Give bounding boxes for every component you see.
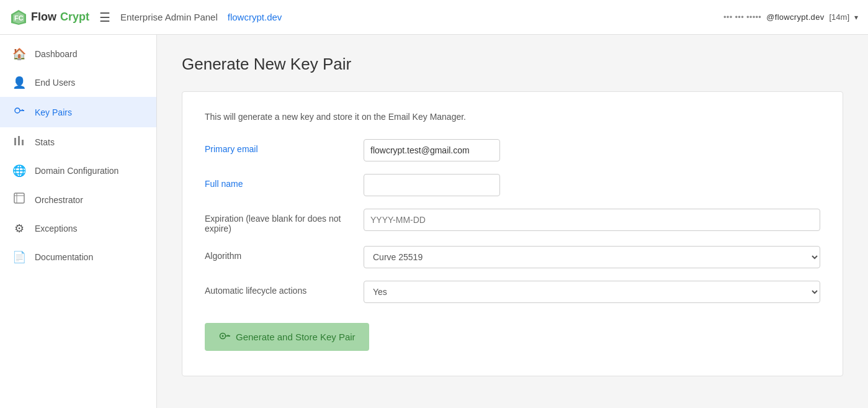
sidebar-item-exceptions[interactable]: ⚙ Exceptions [0,214,156,243]
sidebar-label-key-pairs: Key Pairs [35,107,72,117]
form-row-full-name: Full name [205,174,820,196]
primary-email-label: Primary email [205,139,354,154]
form-row-algorithm: Algorithm Curve 25519 RSA-2048 RSA-4096 [205,246,820,268]
generate-key-card: This will generate a new key and store i… [182,91,843,376]
sidebar: 🏠 Dashboard 👤 End Users Key Pairs [0,35,157,408]
header-domain[interactable]: flowcrypt.dev [228,12,282,22]
svg-rect-7 [14,138,16,145]
chevron-down-icon[interactable]: ▾ [854,13,858,22]
form-row-primary-email: Primary email [205,139,820,161]
generate-store-keypair-button[interactable]: Generate and Store Key Pair [205,323,369,351]
key-generate-icon [218,329,231,345]
full-name-input[interactable] [364,174,500,196]
main-layout: 🏠 Dashboard 👤 End Users Key Pairs [0,35,868,408]
user-icon: 👤 [12,76,26,89]
svg-rect-10 [14,193,24,203]
card-description: This will generate a new key and store i… [205,112,820,122]
header-session-time: [14m] [829,12,849,22]
sidebar-item-end-users[interactable]: 👤 End Users [0,68,156,97]
expiration-control [364,209,820,231]
sidebar-label-documentation: Documentation [35,252,93,262]
algorithm-select[interactable]: Curve 25519 RSA-2048 RSA-4096 [364,246,820,268]
sidebar-label-exceptions: Exceptions [35,224,77,233]
logo: FC FlowCrypt [10,9,89,26]
hamburger-icon[interactable]: ☰ [99,10,110,25]
sidebar-item-documentation[interactable]: 📄 Documentation [0,243,156,271]
primary-email-control [364,139,820,161]
key-pairs-icon [12,104,26,120]
sidebar-item-key-pairs[interactable]: Key Pairs [0,97,156,127]
sidebar-item-dashboard[interactable]: 🏠 Dashboard [0,40,156,68]
sidebar-item-domain-configuration[interactable]: 🌐 Domain Configuration [0,156,156,185]
orchestrator-icon [12,193,26,207]
logo-icon: FC [10,9,27,26]
documentation-icon: 📄 [12,250,26,264]
form-row-expiration: Expiration (leave blank for does not exp… [205,209,820,233]
header-title: Enterprise Admin Panel [120,12,218,22]
header-user-masked: ••• ••• ••••• [723,12,761,22]
algorithm-control: Curve 25519 RSA-2048 RSA-4096 [364,246,820,268]
header-user-domain: @flowcrypt.dev [766,12,824,22]
lifecycle-label: Automatic lifecycle actions [205,281,354,296]
logo-flow-text: Flow [31,11,56,24]
svg-point-17 [222,335,224,337]
sidebar-label-orchestrator: Orchestrator [35,195,83,205]
sidebar-label-domain-configuration: Domain Configuration [35,166,119,176]
expiration-input[interactable] [364,209,820,231]
page-title: Generate New Key Pair [182,55,843,74]
svg-text:FC: FC [14,14,24,22]
exceptions-icon: ⚙ [12,222,26,235]
algorithm-label: Algorithm [205,246,354,261]
main-content: Generate New Key Pair This will generate… [157,35,868,408]
header-left: FC FlowCrypt ☰ Enterprise Admin Panel fl… [10,9,282,26]
sidebar-label-dashboard: Dashboard [35,49,78,59]
svg-point-3 [15,108,20,113]
header-right: ••• ••• ••••• @flowcrypt.dev [14m] ▾ [723,12,858,22]
sidebar-item-orchestrator[interactable]: Orchestrator [0,185,156,214]
globe-icon: 🌐 [12,164,26,178]
app-header: FC FlowCrypt ☰ Enterprise Admin Panel fl… [0,0,868,35]
svg-rect-9 [22,140,24,145]
svg-rect-8 [18,136,20,145]
home-icon: 🏠 [12,47,26,61]
sidebar-label-stats: Stats [35,137,55,147]
generate-button-label: Generate and Store Key Pair [236,332,356,342]
expiration-label: Expiration (leave blank for does not exp… [205,209,354,233]
logo-crypt-text: Crypt [60,11,89,24]
full-name-label: Full name [205,174,354,189]
lifecycle-select[interactable]: Yes No [364,281,820,303]
lifecycle-control: Yes No [364,281,820,303]
full-name-control [364,174,820,196]
sidebar-item-stats[interactable]: Stats [0,127,156,156]
form-row-lifecycle: Automatic lifecycle actions Yes No [205,281,820,303]
sidebar-label-end-users: End Users [35,78,75,88]
primary-email-input[interactable] [364,139,500,161]
stats-icon [12,135,26,149]
